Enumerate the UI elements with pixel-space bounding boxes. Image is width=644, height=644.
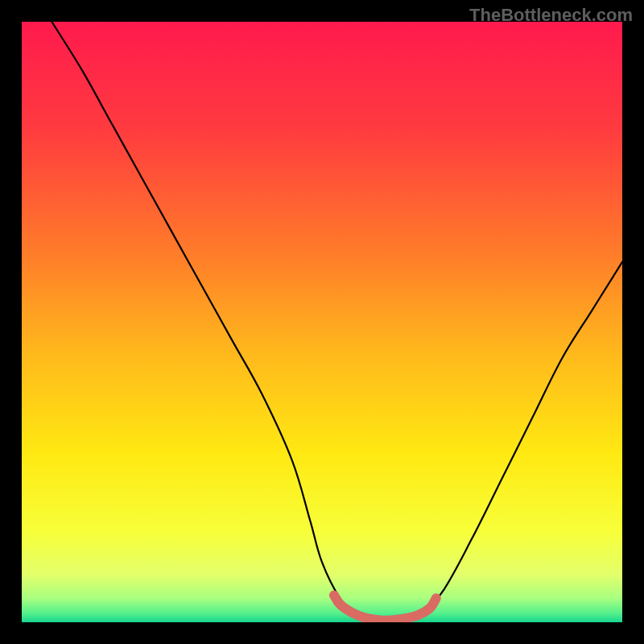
curve-layer bbox=[22, 22, 622, 622]
chart-frame: TheBottleneck.com bbox=[0, 0, 644, 644]
bottleneck-curve bbox=[52, 22, 622, 622]
plot-area bbox=[22, 22, 622, 622]
watermark-text: TheBottleneck.com bbox=[469, 5, 633, 26]
optimal-zone-highlight bbox=[334, 595, 436, 620]
